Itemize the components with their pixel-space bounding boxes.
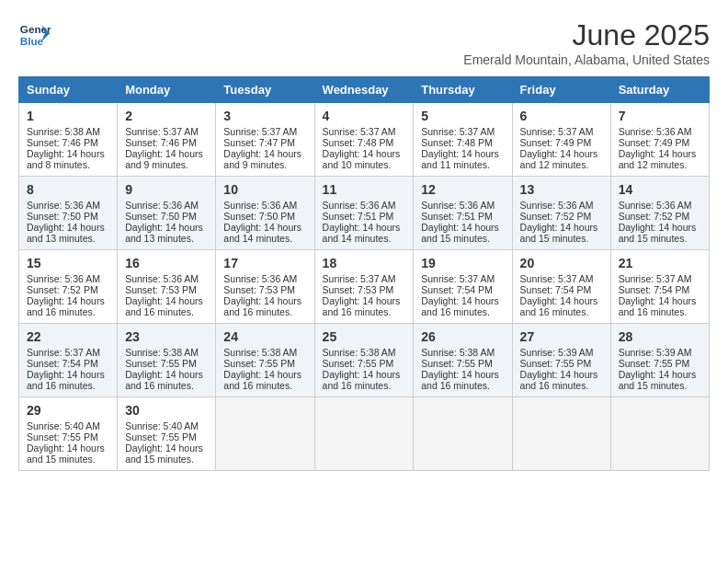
day-number: 26 xyxy=(421,329,504,344)
daylight-label: Daylight: 14 hours and 8 minutes. xyxy=(27,148,105,170)
sunset-label: Sunset: 7:53 PM xyxy=(223,284,295,295)
calendar-cell: 28 Sunrise: 5:39 AM Sunset: 7:55 PM Dayl… xyxy=(610,324,709,397)
day-number: 8 xyxy=(27,182,109,197)
day-number: 24 xyxy=(223,329,306,344)
calendar-cell xyxy=(314,397,414,471)
day-number: 23 xyxy=(125,329,208,344)
sunset-label: Sunset: 7:55 PM xyxy=(520,358,592,369)
calendar-cell: 29 Sunrise: 5:40 AM Sunset: 7:55 PM Dayl… xyxy=(19,397,118,471)
sunset-label: Sunset: 7:52 PM xyxy=(619,211,690,222)
calendar-cell xyxy=(216,397,314,471)
sunrise-label: Sunrise: 5:38 AM xyxy=(223,347,297,358)
sunset-label: Sunset: 7:55 PM xyxy=(125,358,197,369)
calendar-cell: 9 Sunrise: 5:36 AM Sunset: 7:50 PM Dayli… xyxy=(118,177,216,250)
sunrise-label: Sunrise: 5:36 AM xyxy=(520,200,594,211)
calendar-cell: 10 Sunrise: 5:36 AM Sunset: 7:50 PM Dayl… xyxy=(216,177,314,250)
day-number: 11 xyxy=(323,182,406,197)
daylight-label: Daylight: 14 hours and 15 minutes. xyxy=(125,442,203,465)
daylight-label: Daylight: 14 hours and 12 minutes. xyxy=(520,148,598,170)
sunrise-label: Sunrise: 5:36 AM xyxy=(323,200,396,211)
sunset-label: Sunset: 7:54 PM xyxy=(520,284,592,295)
day-number: 30 xyxy=(125,403,208,418)
day-number: 6 xyxy=(520,109,603,123)
sunset-label: Sunset: 7:53 PM xyxy=(323,284,394,295)
calendar-cell: 19 Sunrise: 5:37 AM Sunset: 7:54 PM Dayl… xyxy=(414,250,512,324)
day-number: 12 xyxy=(421,182,504,197)
sunset-label: Sunset: 7:54 PM xyxy=(27,358,98,369)
sunrise-label: Sunrise: 5:36 AM xyxy=(27,200,100,211)
day-number: 20 xyxy=(520,256,603,270)
day-number: 10 xyxy=(223,182,306,197)
sunrise-label: Sunrise: 5:38 AM xyxy=(27,126,100,137)
calendar-cell: 3 Sunrise: 5:37 AM Sunset: 7:47 PM Dayli… xyxy=(216,103,314,177)
logo-icon: General Blue xyxy=(18,18,51,52)
day-number: 4 xyxy=(323,109,406,123)
calendar-cell: 7 Sunrise: 5:36 AM Sunset: 7:49 PM Dayli… xyxy=(610,103,709,177)
calendar-cell: 13 Sunrise: 5:36 AM Sunset: 7:52 PM Dayl… xyxy=(512,177,610,250)
sunrise-label: Sunrise: 5:37 AM xyxy=(520,126,594,137)
calendar-cell: 20 Sunrise: 5:37 AM Sunset: 7:54 PM Dayl… xyxy=(512,250,610,324)
calendar-week-1: 1 Sunrise: 5:38 AM Sunset: 7:46 PM Dayli… xyxy=(19,103,710,177)
daylight-label: Daylight: 14 hours and 15 minutes. xyxy=(619,369,697,391)
calendar-cell: 8 Sunrise: 5:36 AM Sunset: 7:50 PM Dayli… xyxy=(19,177,118,250)
day-number: 19 xyxy=(421,256,504,270)
sunset-label: Sunset: 7:54 PM xyxy=(421,284,493,295)
calendar-week-4: 22 Sunrise: 5:37 AM Sunset: 7:54 PM Dayl… xyxy=(19,324,710,397)
day-number: 18 xyxy=(323,256,406,270)
daylight-label: Daylight: 14 hours and 9 minutes. xyxy=(125,148,203,170)
header-monday: Monday xyxy=(118,77,216,103)
calendar-cell: 23 Sunrise: 5:38 AM Sunset: 7:55 PM Dayl… xyxy=(118,324,216,397)
daylight-label: Daylight: 14 hours and 15 minutes. xyxy=(520,222,598,244)
header-friday: Friday xyxy=(512,77,610,103)
day-number: 2 xyxy=(125,109,208,123)
calendar-cell: 24 Sunrise: 5:38 AM Sunset: 7:55 PM Dayl… xyxy=(216,324,314,397)
sunrise-label: Sunrise: 5:36 AM xyxy=(223,273,297,284)
daylight-label: Daylight: 14 hours and 16 minutes. xyxy=(125,295,203,317)
sunrise-label: Sunrise: 5:37 AM xyxy=(27,347,100,358)
header-saturday: Saturday xyxy=(610,77,709,103)
logo: General Blue xyxy=(18,18,51,52)
title-area: June 2025 Emerald Mountain, Alabama, Uni… xyxy=(463,18,710,67)
calendar-cell: 18 Sunrise: 5:37 AM Sunset: 7:53 PM Dayl… xyxy=(314,250,414,324)
sunrise-label: Sunrise: 5:36 AM xyxy=(125,200,199,211)
sunrise-label: Sunrise: 5:37 AM xyxy=(520,273,594,284)
day-number: 15 xyxy=(27,256,109,270)
month-title: June 2025 xyxy=(463,18,710,52)
daylight-label: Daylight: 14 hours and 16 minutes. xyxy=(323,295,401,317)
sunrise-label: Sunrise: 5:36 AM xyxy=(27,273,100,284)
calendar-cell xyxy=(610,397,709,471)
sunset-label: Sunset: 7:49 PM xyxy=(520,137,592,148)
sunrise-label: Sunrise: 5:40 AM xyxy=(125,420,199,431)
calendar-week-2: 8 Sunrise: 5:36 AM Sunset: 7:50 PM Dayli… xyxy=(19,177,710,250)
daylight-label: Daylight: 14 hours and 16 minutes. xyxy=(619,295,697,317)
calendar-cell: 30 Sunrise: 5:40 AM Sunset: 7:55 PM Dayl… xyxy=(118,397,216,471)
calendar-cell: 21 Sunrise: 5:37 AM Sunset: 7:54 PM Dayl… xyxy=(610,250,709,324)
calendar-cell: 5 Sunrise: 5:37 AM Sunset: 7:48 PM Dayli… xyxy=(414,103,512,177)
header-wednesday: Wednesday xyxy=(314,77,414,103)
day-number: 21 xyxy=(619,256,701,270)
sunset-label: Sunset: 7:54 PM xyxy=(619,284,690,295)
daylight-label: Daylight: 14 hours and 15 minutes. xyxy=(27,442,105,465)
daylight-label: Daylight: 14 hours and 16 minutes. xyxy=(125,369,203,391)
sunset-label: Sunset: 7:49 PM xyxy=(619,137,690,148)
sunset-label: Sunset: 7:52 PM xyxy=(27,284,98,295)
daylight-label: Daylight: 14 hours and 16 minutes. xyxy=(520,369,598,391)
calendar-table: Sunday Monday Tuesday Wednesday Thursday… xyxy=(18,76,710,471)
calendar-header-row: Sunday Monday Tuesday Wednesday Thursday… xyxy=(19,77,710,103)
calendar-week-5: 29 Sunrise: 5:40 AM Sunset: 7:55 PM Dayl… xyxy=(19,397,710,471)
sunset-label: Sunset: 7:47 PM xyxy=(223,137,295,148)
daylight-label: Daylight: 14 hours and 15 minutes. xyxy=(421,222,499,244)
sunrise-label: Sunrise: 5:36 AM xyxy=(223,200,297,211)
daylight-label: Daylight: 14 hours and 16 minutes. xyxy=(323,369,401,391)
sunrise-label: Sunrise: 5:37 AM xyxy=(323,126,396,137)
sunrise-label: Sunrise: 5:38 AM xyxy=(323,347,396,358)
day-number: 5 xyxy=(421,109,504,123)
sunrise-label: Sunrise: 5:37 AM xyxy=(223,126,297,137)
day-number: 22 xyxy=(27,329,109,344)
sunset-label: Sunset: 7:55 PM xyxy=(619,358,690,369)
daylight-label: Daylight: 14 hours and 12 minutes. xyxy=(619,148,697,170)
sunset-label: Sunset: 7:55 PM xyxy=(27,431,98,442)
daylight-label: Daylight: 14 hours and 14 minutes. xyxy=(323,222,401,244)
calendar-cell: 27 Sunrise: 5:39 AM Sunset: 7:55 PM Dayl… xyxy=(512,324,610,397)
sunrise-label: Sunrise: 5:39 AM xyxy=(619,347,692,358)
